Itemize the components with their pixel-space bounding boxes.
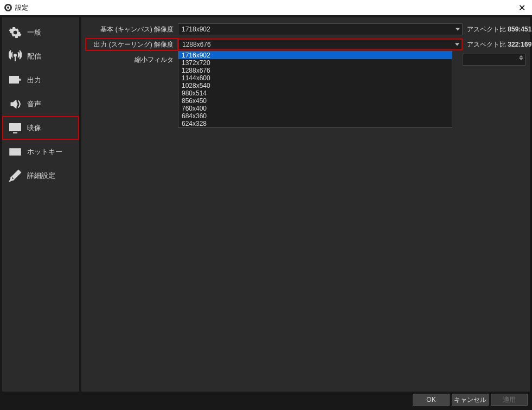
resolution-option[interactable]: 684x360 — [178, 112, 452, 120]
sidebar-item-label: ホットキー — [27, 147, 62, 157]
output-aspect-text: アスペクト比 322:169 — [463, 40, 525, 49]
output-resolution-combo[interactable]: 1288x676 — [178, 39, 463, 50]
sidebar-item-label: 一般 — [27, 28, 41, 37]
close-button[interactable]: ✕ — [516, 3, 528, 13]
filter-value-combo[interactable] — [463, 54, 525, 66]
app-icon — [4, 4, 12, 11]
base-aspect-text: アスペクト比 859:451 — [463, 25, 525, 34]
svg-rect-2 — [10, 149, 21, 155]
ok-button[interactable]: OK — [413, 394, 450, 406]
base-resolution-label: 基本 (キャンバス) 解像度 — [86, 25, 178, 34]
chevron-down-icon — [455, 43, 459, 46]
apply-button: 適用 — [491, 394, 528, 406]
cancel-button[interactable]: キャンセル — [452, 394, 489, 406]
resolution-dropdown[interactable]: 1716x9021372x7201288x6761144x6001028x540… — [178, 51, 452, 128]
sidebar-item-general[interactable]: 一般 — [2, 21, 79, 44]
svg-rect-0 — [10, 76, 18, 83]
window-title: 設定 — [15, 3, 28, 12]
resolution-option[interactable]: 1144x600 — [178, 74, 452, 82]
base-resolution-combo[interactable]: 1718x902 — [178, 23, 463, 35]
resolution-option[interactable]: 624x328 — [178, 120, 452, 127]
downscale-filter-label: 縮小フィルタ — [86, 55, 178, 65]
settings-sidebar: 一般 配信 出力 音声 映像 ホットキー — [2, 17, 79, 392]
monitor-icon — [9, 121, 22, 134]
sidebar-item-label: 出力 — [27, 75, 41, 85]
output-icon — [9, 74, 22, 87]
resolution-option[interactable]: 1716x902 — [178, 52, 452, 59]
dialog-footer: OK キャンセル 適用 — [2, 392, 530, 408]
sidebar-item-label: 詳細設定 — [27, 171, 55, 181]
sidebar-item-label: 音声 — [27, 99, 41, 109]
sidebar-item-label: 映像 — [27, 123, 41, 133]
tools-icon — [9, 169, 22, 182]
resolution-option[interactable]: 1028x540 — [178, 82, 452, 89]
resolution-option[interactable]: 760x400 — [178, 105, 452, 112]
resolution-option[interactable]: 1288x676 — [178, 67, 452, 74]
speaker-icon — [9, 98, 22, 111]
keyboard-icon — [9, 145, 22, 158]
sidebar-item-stream[interactable]: 配信 — [2, 44, 79, 68]
spinner-icon — [519, 55, 523, 60]
resolution-option[interactable]: 980x514 — [178, 89, 452, 97]
svg-rect-1 — [10, 124, 21, 131]
chevron-down-icon — [456, 28, 460, 31]
sidebar-item-label: 配信 — [27, 52, 41, 61]
sidebar-item-advanced[interactable]: 詳細設定 — [2, 164, 79, 188]
antenna-icon — [9, 50, 22, 63]
resolution-option[interactable]: 1372x720 — [178, 59, 452, 67]
gear-icon — [9, 26, 22, 39]
base-resolution-value: 1718x902 — [182, 25, 210, 33]
output-resolution-label: 出力 (スケーリング) 解像度 — [86, 39, 178, 50]
sidebar-item-hotkeys[interactable]: ホットキー — [2, 140, 79, 164]
sidebar-item-audio[interactable]: 音声 — [2, 92, 79, 116]
settings-content: 基本 (キャンバス) 解像度 1718x902 アスペクト比 859:451 出… — [81, 17, 530, 392]
resolution-option[interactable]: 856x450 — [178, 97, 452, 105]
sidebar-item-video[interactable]: 映像 — [2, 116, 79, 140]
titlebar: 設定 ✕ — [0, 0, 532, 15]
output-resolution-value: 1288x676 — [182, 41, 211, 48]
sidebar-item-output[interactable]: 出力 — [2, 68, 79, 92]
